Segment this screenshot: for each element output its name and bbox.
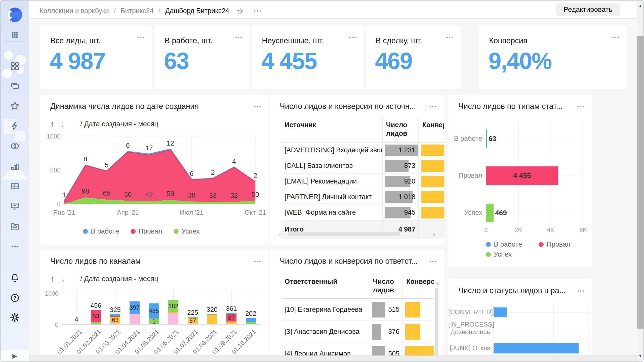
table-row[interactable]: [ADVERTISING] Входящий звонок1 231	[281, 143, 444, 158]
column-header[interactable]: Конверсия	[403, 274, 434, 298]
scroll-down-icon[interactable]: ▼	[637, 353, 643, 358]
bar-segment-yellow[interactable]	[226, 322, 236, 324]
card-menu-icon[interactable]	[254, 259, 261, 263]
card-menu-icon[interactable]	[429, 104, 436, 108]
bar-segment-pink[interactable]	[91, 324, 101, 324]
edit-button[interactable]: Редактировать	[556, 3, 620, 16]
sort-asc-icon[interactable]: ↑	[50, 119, 54, 129]
bar-segment-pink[interactable]	[71, 324, 82, 324]
column-header[interactable]: Число лидов	[369, 274, 403, 298]
bar-segment-blue[interactable]	[188, 317, 198, 318]
legend-dot	[83, 229, 88, 234]
card-menu-icon[interactable]	[348, 35, 356, 39]
column-header[interactable]: Конверсия	[418, 117, 444, 142]
table-row[interactable]: [EMAIL] Рекомендации920	[281, 174, 444, 189]
legend-item[interactable]: Успех	[174, 228, 199, 235]
bar-segment-green[interactable]	[188, 318, 198, 318]
sort-desc-icon[interactable]: ↓	[61, 274, 65, 284]
widgets-icon[interactable]	[1, 60, 29, 72]
table-row[interactable]: [PARTNER] Личный контакт1 018	[281, 189, 444, 205]
table-scroll-left-icon[interactable]: ‹	[279, 230, 281, 239]
card-menu-icon[interactable]	[577, 288, 584, 293]
table-row[interactable]: [3] Анастасия Денисова376	[281, 321, 434, 343]
column-header[interactable]: Ответственный	[281, 274, 369, 298]
quick-actions-icon[interactable]	[1, 120, 29, 132]
datalens-logo[interactable]	[8, 8, 22, 22]
bar[interactable]	[486, 129, 487, 148]
card-menu-icon[interactable]	[446, 35, 453, 39]
bar-segment-green[interactable]	[207, 314, 217, 315]
more-icon[interactable]	[1, 241, 29, 252]
scroll-up-icon[interactable]: ▲	[637, 4, 643, 9]
card-menu-icon[interactable]	[612, 35, 619, 39]
legend-item[interactable]: Успех	[486, 251, 512, 258]
bar-segment-blue[interactable]	[207, 314, 217, 314]
legend-item[interactable]: В работе	[486, 241, 522, 248]
conversion-bar	[421, 207, 444, 218]
data-label: 5	[105, 161, 108, 169]
kpi-value: 63	[164, 48, 189, 74]
connections-icon[interactable]	[1, 140, 29, 152]
column-header[interactable]: Число лидов	[382, 117, 419, 142]
favorites-star-icon[interactable]	[1, 100, 29, 112]
card-menu-icon[interactable]	[235, 35, 242, 39]
page-menu-icon[interactable]	[253, 6, 262, 13]
bar[interactable]	[494, 343, 579, 353]
legend-item-inner: Провал	[539, 241, 570, 248]
sidebar: ? ▶	[1, 1, 29, 361]
bar-segment-blue[interactable]	[168, 300, 178, 300]
card-menu-icon[interactable]	[254, 104, 261, 108]
card-menu-icon[interactable]	[137, 35, 144, 39]
breadcrumb-workbook[interactable]: Битрикс24	[121, 7, 154, 15]
card-menu-icon[interactable]	[429, 259, 436, 263]
toolbar-divider	[73, 117, 73, 130]
legend-item[interactable]: Провал	[539, 241, 570, 248]
bar-segment-pink[interactable]	[168, 313, 178, 324]
conversion-cell	[418, 205, 444, 220]
scrollbar-thumb[interactable]	[637, 36, 643, 329]
help-icon[interactable]: ?	[1, 292, 29, 304]
card-menu-icon[interactable]	[577, 104, 584, 108]
leads-cell: 1 018	[382, 189, 419, 205]
bar-segment-pink[interactable]	[130, 314, 140, 324]
storage-folder-icon[interactable]	[1, 221, 29, 232]
apps-grid-icon[interactable]	[1, 29, 29, 41]
bar-segment-red[interactable]	[110, 316, 120, 317]
leads-bar	[372, 302, 385, 318]
table-row[interactable]: [10] Екатерина Гордеева515	[281, 299, 434, 321]
table-row[interactable]: [CALL] База клиентов873	[281, 158, 444, 174]
bar-segment-yellow[interactable]	[168, 312, 178, 313]
bar-segment-blue[interactable]	[110, 314, 120, 316]
bar[interactable]	[486, 204, 494, 222]
page-scrollbar[interactable]: ▲ ▼	[637, 1, 643, 361]
favorite-star-icon[interactable]: ☆	[237, 6, 244, 16]
legend-item[interactable]: В работе	[83, 228, 119, 235]
table-scroll-right-icon[interactable]: ›	[433, 230, 435, 239]
bar[interactable]	[494, 307, 507, 317]
source-cell: [CALL] База клиентов	[281, 158, 382, 173]
table-scroll-up-icon[interactable]: ▲	[435, 281, 439, 285]
bar-segment-green[interactable]	[246, 322, 256, 324]
collections-icon[interactable]	[1, 80, 29, 92]
settings-gear-icon[interactable]	[1, 312, 29, 323]
drill-breadcrumb[interactable]: / Дата создания - месяц	[80, 275, 158, 283]
column-header[interactable]: Источник	[281, 117, 382, 142]
bar-segment-yellow[interactable]	[207, 315, 217, 324]
legend-item[interactable]: Провал	[131, 228, 162, 235]
sort-asc-icon[interactable]: ↑	[50, 274, 54, 284]
table-vscrollbar-thumb[interactable]	[435, 287, 438, 360]
breadcrumb-collections[interactable]: Коллекции и воркбуки	[39, 7, 109, 15]
bar-segment-blue[interactable]	[246, 318, 256, 322]
bar-segment-blue[interactable]	[226, 313, 236, 314]
sort-desc-icon[interactable]: ↓	[61, 119, 65, 129]
sidebar-expand-button[interactable]: ▶	[1, 350, 29, 361]
table-row[interactable]: [WEB] Форма на сайте945	[281, 205, 444, 220]
bar-segment-green[interactable]	[91, 322, 101, 324]
tables-icon[interactable]	[1, 180, 29, 192]
table-hscrollbar-thumb[interactable]	[288, 232, 400, 236]
notifications-bell-icon[interactable]	[1, 272, 29, 284]
charts-icon[interactable]	[1, 160, 29, 172]
dashboards-icon[interactable]	[1, 201, 29, 212]
data-label: 2	[253, 172, 257, 179]
drill-breadcrumb[interactable]: / Дата создания - месяц	[80, 120, 158, 128]
